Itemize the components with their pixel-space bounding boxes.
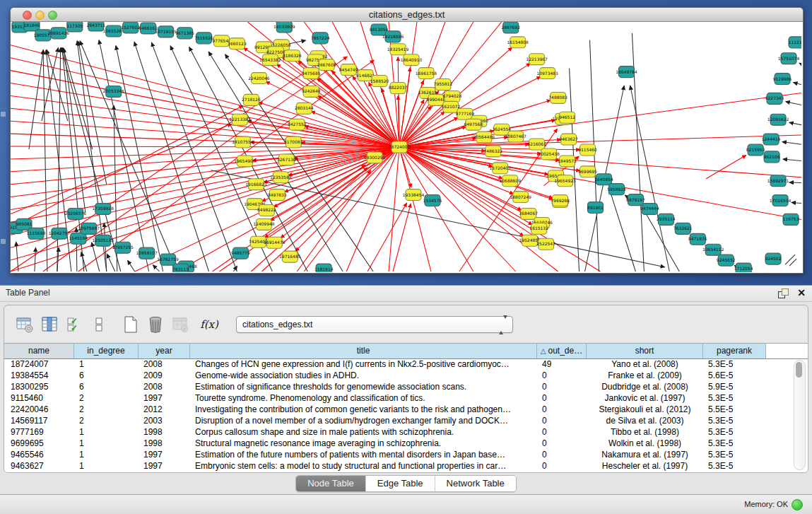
tab-edge-table[interactable]: Edge Table [365, 476, 435, 491]
table-cell: 5.3E-5 [703, 449, 766, 460]
svg-text:19654923: 19654923 [554, 178, 576, 183]
table-cell: 2012 [139, 404, 190, 415]
table-row[interactable]: 2242004622012Investigating the contribut… [4, 404, 796, 415]
table-row[interactable]: 1830029562008Estimation of significance … [4, 381, 796, 392]
select-column-button[interactable] [39, 314, 60, 335]
fx-icon: f(x) [200, 318, 218, 331]
column-header-pagerank[interactable]: pagerank [703, 344, 766, 358]
function-builder-button[interactable]: f(x) [199, 314, 220, 335]
svg-text:12093822: 12093822 [767, 117, 789, 122]
svg-text:9245652: 9245652 [717, 257, 736, 262]
table-row[interactable]: 1456911722003Disruption of a novel membe… [4, 415, 796, 426]
column-header-short[interactable]: short [587, 344, 703, 358]
status-bar: Memory: OK [0, 494, 812, 514]
svg-text:9115460: 9115460 [578, 147, 597, 152]
table-vertical-scrollbar[interactable] [794, 360, 806, 470]
svg-text:16033809: 16033809 [273, 24, 295, 29]
table-cell: 2 [74, 415, 139, 426]
svg-text:15751074: 15751074 [778, 56, 800, 61]
table-row[interactable]: 1938455462009Genome-wide association stu… [4, 370, 796, 381]
svg-text:18807249: 18807249 [510, 194, 531, 199]
table-cell: 0 [537, 460, 587, 472]
svg-text:1615132: 1615132 [529, 226, 548, 230]
column-header-out-degree[interactable]: △out_de… [537, 344, 587, 358]
row-detail-button[interactable] [88, 314, 110, 335]
table-cell: Corpus callosum shape and size in male p… [190, 426, 537, 438]
table-cell: Estimation of significance thresholds fo… [190, 381, 537, 392]
table-cell: Tibbo et al. (1998) [587, 426, 703, 438]
svg-text:1621072: 1621072 [442, 104, 461, 109]
table-settings-button[interactable] [14, 314, 35, 335]
svg-text:17359928: 17359928 [93, 206, 114, 211]
column-header-name[interactable]: name [4, 344, 74, 358]
svg-text:111234: 111234 [789, 40, 801, 45]
column-header-title[interactable]: title [190, 344, 537, 358]
table-cell: 9463627 [4, 460, 74, 472]
table-cell: 0 [537, 438, 587, 449]
table-cell: 0 [537, 449, 587, 460]
svg-text:8427552: 8427552 [288, 122, 307, 127]
svg-text:8822037: 8822037 [389, 85, 408, 90]
table-cell: 0 [537, 381, 587, 392]
column-checks-button[interactable]: ✓✓ [64, 314, 85, 335]
window-title: citations_edges.txt [11, 9, 803, 20]
svg-text:3660123: 3660123 [228, 41, 247, 46]
table-cell: 0 [537, 370, 587, 381]
svg-text:16961758: 16961758 [416, 71, 437, 76]
column-header-in-degree[interactable]: in_degree [74, 344, 139, 358]
new-table-button[interactable] [120, 314, 141, 335]
table-row[interactable]: 977716911998Corpus callosum shape and si… [4, 426, 796, 438]
table-cell: 1997 [139, 460, 190, 472]
left-panel-grip-2[interactable] [1, 239, 6, 244]
tab-node-table[interactable]: Node Table [296, 476, 365, 491]
table-row[interactable]: 911546021997Tourette syndrome. Phenomeno… [4, 392, 796, 404]
table-cell: 2 [74, 404, 139, 415]
table-cell: Nakamura et al. (1997) [587, 449, 703, 460]
svg-text:12353588: 12353588 [270, 175, 292, 180]
table-panel-titlebar: Table Panel ✕ [0, 285, 812, 302]
table-row[interactable]: 946554611997Estimation of the future num… [4, 449, 796, 460]
tab-network-table[interactable]: Network Table [435, 476, 516, 491]
svg-text:22420046: 22420046 [248, 76, 270, 81]
table-row[interactable]: 946362711997Embryonic stem cells: a mode… [4, 460, 796, 472]
svg-text:20053346: 20053346 [103, 88, 125, 93]
svg-text:16914479: 16914479 [264, 240, 286, 245]
svg-text:8186328: 8186328 [283, 53, 302, 58]
table-cell: Tourette syndrome. Phenomenology and cla… [190, 392, 537, 404]
svg-text:985081: 985081 [16, 221, 33, 226]
left-panel-grip[interactable] [1, 112, 6, 117]
svg-text:9671385: 9671385 [175, 30, 194, 35]
table-row[interactable]: 1872400712008Changes of HCN gene express… [4, 358, 796, 370]
table-cell: 1 [74, 438, 139, 449]
float-panel-icon[interactable] [778, 288, 788, 298]
svg-text:19716485: 19716485 [279, 254, 301, 259]
column-header-year[interactable]: year [139, 344, 190, 358]
svg-text:20206576: 20206576 [65, 211, 87, 216]
svg-text:1588520: 1588520 [370, 78, 389, 83]
network-canvas[interactable]: 1931361818461905572206914361173052843711… [11, 22, 801, 272]
table-cell: 5.3E-5 [703, 415, 766, 426]
memory-ok-icon[interactable] [792, 499, 803, 510]
table-cell: 1 [74, 426, 139, 438]
table-cell: 2008 [139, 381, 190, 392]
table-selector-combobox[interactable]: citations_edges.txt [236, 316, 513, 333]
svg-text:9777169: 9777169 [456, 111, 475, 116]
table-cell: 2 [74, 392, 139, 404]
close-panel-icon[interactable]: ✕ [797, 287, 806, 298]
scrollbar-thumb[interactable] [796, 362, 802, 378]
svg-text:9129986: 9129986 [773, 76, 792, 81]
network-window-titlebar[interactable]: citations_edges.txt [11, 8, 803, 22]
svg-text:2935114: 2935114 [657, 216, 676, 221]
svg-text:12213967: 12213967 [526, 57, 548, 62]
sort-ascending-icon: △ [541, 347, 546, 355]
delete-table-button-disabled[interactable]: x [170, 314, 191, 335]
svg-text:16782759: 16782759 [157, 257, 179, 262]
svg-text:1712054: 1712054 [734, 266, 753, 271]
svg-text:17016504: 17016504 [770, 198, 792, 203]
svg-text:12042757: 12042757 [49, 230, 71, 235]
svg-text:1181914: 1181914 [314, 267, 334, 271]
delete-trash-button[interactable] [145, 314, 166, 335]
table-cell: Jankovic et al. (1997) [587, 392, 703, 404]
table-toolbar: ✓✓ x f(x) citations_edges.txt [4, 305, 808, 343]
table-row[interactable]: 969969511998Structural magnetic resonanc… [4, 438, 796, 449]
